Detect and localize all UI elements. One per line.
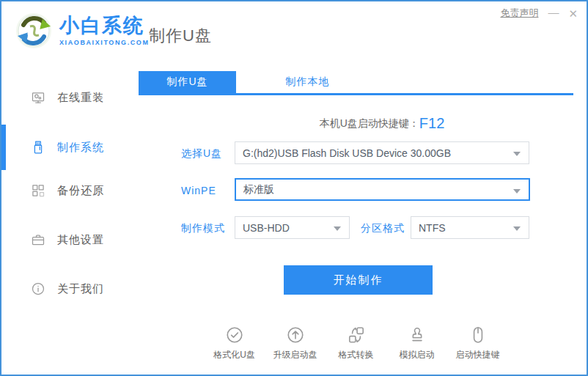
boot-hotkey-line: 本机U盘启动快捷键：F12 <box>235 115 529 132</box>
partition-label: 分区格式 <box>361 222 405 235</box>
tab-bar: 制作U盘 制作本地 <box>139 71 573 95</box>
usb-select-label: 选择U盘 <box>181 147 222 161</box>
close-button[interactable]: ✕ <box>568 8 578 19</box>
winpe-label: WinPE <box>181 185 216 196</box>
convert-icon <box>347 325 366 344</box>
check-circle-icon <box>225 325 244 344</box>
chevron-down-icon <box>513 189 521 193</box>
mouse-icon <box>468 325 488 344</box>
tools-row: 格式化U盘 升级启动盘 格式转换 模拟启动 启动快捷键 <box>139 325 573 361</box>
tool-format-usb[interactable]: 格式化U盘 <box>209 325 260 361</box>
tool-upgrade-boot-disk[interactable]: 升级启动盘 <box>270 325 321 361</box>
tool-boot-hotkey[interactable]: 启动快捷键 <box>452 325 504 361</box>
sidebar-item-about-us[interactable]: 关于我们 <box>1 276 139 302</box>
tab-make-usb[interactable]: 制作U盘 <box>139 71 236 93</box>
stamp-icon <box>408 325 427 344</box>
info-circle-icon <box>31 281 45 296</box>
chevron-down-icon <box>334 226 341 231</box>
winpe-dropdown[interactable]: 标准版 <box>235 178 530 201</box>
minimize-button[interactable]: — <box>548 7 559 18</box>
logo-swirl-icon <box>15 12 53 50</box>
titlebar-controls: 免责声明 — ✕ <box>500 7 578 20</box>
chevron-down-icon <box>513 226 521 231</box>
tool-simulate-boot[interactable]: 模拟启动 <box>392 325 443 361</box>
header: 小白系统 XIAOBAIXITONG.COM 制作U盘 免责声明 — ✕ <box>1 1 587 71</box>
app-logo: 小白系统 XIAOBAIXITONG.COM <box>15 12 150 50</box>
usb-drive-icon <box>31 140 45 155</box>
monitor-icon <box>31 90 45 105</box>
boot-hotkey-value: F12 <box>419 115 444 131</box>
app-window: 小白系统 XIAOBAIXITONG.COM 制作U盘 免责声明 — ✕ 在线重… <box>0 0 588 376</box>
mode-dropdown[interactable]: USB-HDD <box>235 216 350 239</box>
start-make-button[interactable]: 开始制作 <box>284 265 433 295</box>
boot-hotkey-label: 本机U盘启动快捷键： <box>320 117 419 129</box>
tab-make-local[interactable]: 制作本地 <box>258 71 357 93</box>
mode-label: 制作模式 <box>181 222 225 235</box>
main-content: 制作U盘 制作本地 本机U盘启动快捷键：F12 选择U盘 G:(hd2)USB … <box>139 71 587 375</box>
tool-format-convert[interactable]: 格式转换 <box>331 325 382 361</box>
sidebar-item-online-reinstall[interactable]: 在线重装 <box>1 84 139 111</box>
briefcase-icon <box>31 232 45 247</box>
arrow-up-circle-icon <box>286 325 305 344</box>
disclaimer-link[interactable]: 免责声明 <box>500 7 538 20</box>
sidebar-item-make-system[interactable]: 制作系统 <box>1 134 139 161</box>
sidebar: 在线重装 制作系统 备份还原 其他设置 关于我们 <box>1 71 139 375</box>
logo-name: 小白系统 <box>59 15 150 36</box>
partition-dropdown[interactable]: NTFS <box>411 216 529 239</box>
logo-domain: XIAOBAIXITONG.COM <box>59 39 150 46</box>
grid-icon <box>31 183 45 198</box>
sidebar-item-other-settings[interactable]: 其他设置 <box>1 226 139 253</box>
chevron-down-icon <box>513 152 521 156</box>
usb-select-dropdown[interactable]: G:(hd2)USB Flash Disk USB Device 30.00GB <box>235 141 529 164</box>
page-title: 制作U盘 <box>149 25 212 47</box>
sidebar-item-backup-restore[interactable]: 备份还原 <box>1 177 139 204</box>
